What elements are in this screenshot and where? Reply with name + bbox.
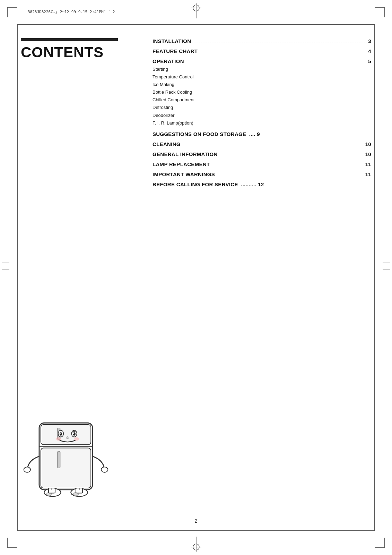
toc-general-info-page: 10: [365, 151, 371, 157]
toc-sub-fir-lamp: F. I. R. Lamp(option): [153, 119, 371, 127]
right-border: [374, 24, 375, 531]
toc-suggestions-title: SUGGESTIONS ON FOOD STORAGE: [153, 131, 246, 137]
page-title: CONTENTS: [21, 45, 139, 60]
toc-sub-chilled: Chilled Compariment: [153, 96, 371, 104]
svg-point-20: [73, 432, 76, 436]
toc-lamp-replacement-page: 11: [365, 161, 371, 167]
corner-mark-top-right: [375, 7, 385, 17]
toc-feature-chart: FEATURE CHART 4: [153, 48, 371, 54]
side-mark-right: [383, 256, 390, 277]
toc-before-calling-title: BEFORE CALLING FOR SERVICE: [153, 181, 238, 187]
toc-suggestions-page: 9: [257, 131, 260, 137]
toc-sub-defrosting: Defrosting: [153, 104, 371, 111]
toc-general-info-title: GENERAL INFORMATION: [153, 151, 218, 157]
crosshair-top: [191, 3, 201, 18]
toc-sub-starting: Starting: [153, 66, 371, 73]
svg-point-21: [73, 433, 74, 434]
svg-rect-12: [41, 448, 91, 488]
toc-lamp-replacement-dots: [211, 166, 364, 166]
svg-point-25: [24, 467, 31, 472]
toc-suggestions: SUGGESTIONS ON FOOD STORAGE .... 9: [153, 131, 371, 137]
toc-suggestions-dots: ....: [247, 131, 257, 137]
svg-rect-15: [58, 451, 60, 468]
toc-before-calling-dots: ..........: [239, 181, 258, 187]
header-metadata: 3828JD8226C-¿ 2~12 99.9.15 2:41PM˜ ` 2: [28, 10, 115, 14]
toc-feature-chart-dots: [199, 53, 367, 53]
left-border: [17, 24, 18, 531]
toc-column: INSTALLATION 3 FEATURE CHART 4 OPERATION: [146, 28, 371, 527]
toc-operation-page: 5: [368, 58, 371, 64]
toc-sub-deodorizer: Deodorizer: [153, 112, 371, 119]
page: 3828JD8226C-¿ 2~12 99.9.15 2:41PM˜ ` 2 C…: [0, 0, 392, 555]
toc-general-info: GENERAL INFORMATION 10: [153, 151, 371, 157]
toc-operation-title: OPERATION: [153, 58, 184, 64]
toc-before-calling: BEFORE CALLING FOR SERVICE .......... 12: [153, 181, 371, 187]
toc-sub-bottle-rack: Bottle Rack Cooling: [153, 88, 371, 96]
toc-operation-sub-list: Starting Temperature Control Ice Making …: [153, 66, 371, 127]
toc-cleaning-dots: [182, 146, 364, 146]
svg-point-23: [56, 437, 61, 441]
toc-installation-dots: [192, 43, 367, 43]
toc-installation-page: 3: [368, 38, 371, 44]
toc-lamp-replacement-title: LAMP REPLACEMENT: [153, 161, 210, 167]
toc-cleaning: CLEANING 10: [153, 141, 371, 147]
toc-sub-temperature: Temperature Control: [153, 73, 371, 81]
toc-important-warnings: IMPORTANT WARNINGS 11: [153, 171, 371, 177]
toc-before-calling-page: 12: [258, 181, 264, 187]
toc-installation-title: INSTALLATION: [153, 38, 191, 44]
corner-mark-bottom-left: [7, 538, 17, 548]
side-mark-left: [2, 256, 9, 277]
toc-operation-dots: [185, 63, 367, 63]
svg-point-17: [60, 432, 62, 436]
toc-operation: OPERATION 5 Starting Temperature Control…: [153, 58, 371, 127]
toc-lamp-replacement: LAMP REPLACEMENT 11: [153, 161, 371, 167]
fridge-illustration: [21, 416, 118, 513]
toc-feature-chart-page: 4: [368, 48, 371, 54]
toc-important-warnings-title: IMPORTANT WARNINGS: [153, 171, 215, 177]
svg-point-18: [60, 433, 61, 434]
toc-feature-chart-title: FEATURE CHART: [153, 48, 198, 54]
corner-mark-bottom-right: [375, 538, 385, 548]
toc-important-warnings-dots: [216, 176, 364, 176]
toc-installation: INSTALLATION 3: [153, 38, 371, 44]
bottom-border: [17, 530, 375, 531]
title-bar-decoration: [21, 38, 118, 41]
page-number: 2: [195, 518, 198, 524]
svg-point-24: [74, 437, 79, 441]
toc-cleaning-page: 10: [365, 141, 371, 147]
fridge-svg: [21, 416, 111, 506]
svg-point-26: [101, 467, 108, 472]
crosshair-bottom: [191, 537, 201, 552]
top-border: [17, 24, 375, 25]
toc-cleaning-title: CLEANING: [153, 141, 181, 147]
toc-sub-ice-making: Ice Making: [153, 81, 371, 88]
corner-mark-top-left: [7, 7, 17, 17]
toc-general-info-dots: [219, 156, 364, 156]
toc-important-warnings-page: 11: [365, 171, 371, 177]
svg-point-22: [66, 437, 69, 439]
